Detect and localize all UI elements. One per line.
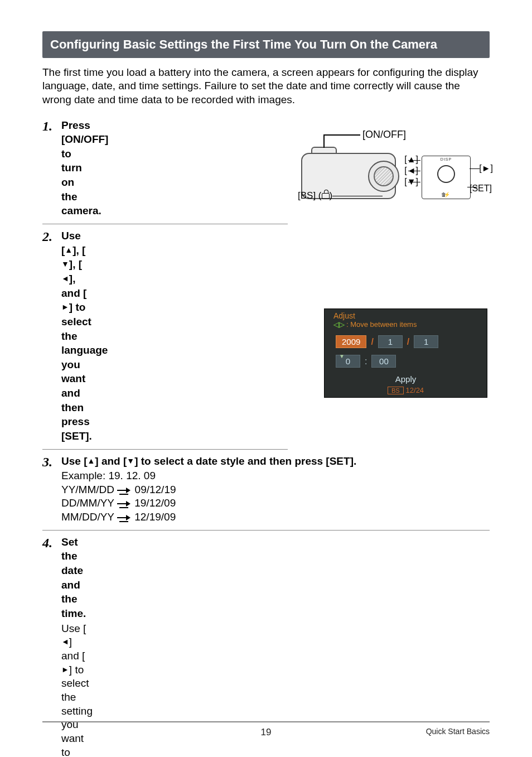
lcd-1224: 12/24 bbox=[406, 386, 424, 394]
step-number: 1. bbox=[42, 118, 61, 133]
arrow-right-icon bbox=[117, 487, 132, 494]
lcd-move-label: ◁▷: Move between items bbox=[325, 320, 487, 331]
intro-paragraph: The first time you load a battery into t… bbox=[42, 66, 490, 107]
step4-body: Use [◄] and [►] to select the setting yo… bbox=[61, 622, 87, 757]
arrow-right-icon bbox=[117, 500, 132, 507]
down-triangle-icon: ▼ bbox=[127, 456, 134, 466]
step3-example: Example: 19. 12. 09 bbox=[61, 469, 490, 483]
lcd-bs-line: BS12/24 bbox=[325, 385, 487, 395]
step3-title: Use [▲] and [▼] to select a date style a… bbox=[61, 454, 490, 469]
label-onoff: [ON/OFF] bbox=[362, 129, 406, 141]
step-number: 3. bbox=[42, 454, 61, 469]
lcd-minute: 00 bbox=[371, 355, 396, 368]
right-triangle-icon: ► bbox=[61, 302, 69, 312]
step3-format-row: DD/MM/YY 19/12/09 bbox=[61, 496, 490, 510]
lcd-year: 2009 bbox=[336, 335, 366, 348]
slash-icon: / bbox=[371, 337, 373, 347]
left-triangle-icon: ◄ bbox=[61, 637, 69, 647]
page-number: 19 bbox=[261, 727, 272, 738]
right-triangle-icon: ► bbox=[61, 664, 69, 674]
lock-icon bbox=[322, 193, 330, 199]
lcd-day: 1 bbox=[414, 335, 438, 348]
section-header: Configuring Basic Settings the First Tim… bbox=[42, 31, 490, 58]
up-triangle-icon: ▲ bbox=[87, 456, 95, 466]
lcd-arrow-icons: ◁▷ bbox=[333, 320, 345, 329]
lcd-bs-box: BS bbox=[388, 387, 404, 394]
dpad-illustration: DISP 🗑 ⚡ bbox=[422, 156, 471, 199]
lcd-adjust-label: Adjust bbox=[325, 309, 487, 320]
step4-title: Set the date and the time. bbox=[61, 535, 87, 621]
label-up: [▲] bbox=[404, 155, 418, 165]
label-left: [◄] bbox=[404, 166, 418, 176]
slash-icon: / bbox=[407, 337, 409, 347]
step-number: 2. bbox=[42, 229, 61, 244]
up-triangle-icon: ▲ bbox=[65, 245, 72, 255]
flash-icon: ⚡ bbox=[444, 192, 450, 197]
step3-format-row: YY/MM/DD 09/12/19 bbox=[61, 483, 490, 497]
footer-section: Quick Start Basics bbox=[426, 727, 490, 736]
step2-title: Use [▲], [▼], [◄], and [►] to select the… bbox=[61, 229, 87, 443]
step-number: 4. bbox=[42, 535, 61, 550]
step1-title: Press [ON/OFF] to turn on the camera. bbox=[61, 118, 87, 218]
label-right: [►] bbox=[479, 163, 493, 173]
colon-icon: : bbox=[365, 356, 367, 367]
page-footer: 19 Quick Start Basics bbox=[42, 721, 490, 736]
lcd-screenshot: Adjust ◁▷: Move between items ▲▼ 2009 / … bbox=[324, 308, 487, 398]
camera-illustration: [ON/OFF] DISP 🗑 ⚡ [▲] [◄] [▼] [►] [SET] … bbox=[301, 130, 485, 202]
lcd-month: 1 bbox=[378, 335, 403, 348]
label-down: [▼] bbox=[404, 177, 418, 187]
label-bs: [BS] () bbox=[298, 190, 332, 201]
label-set: [SET] bbox=[470, 184, 492, 194]
disp-label: DISP bbox=[422, 157, 470, 161]
left-triangle-icon: ◄ bbox=[61, 273, 69, 284]
step3-format-row: MM/DD/YY 12/19/09 bbox=[61, 510, 490, 524]
lcd-apply: Apply bbox=[325, 374, 487, 384]
arrow-right-icon bbox=[117, 514, 132, 521]
down-triangle-icon: ▼ bbox=[61, 259, 69, 269]
